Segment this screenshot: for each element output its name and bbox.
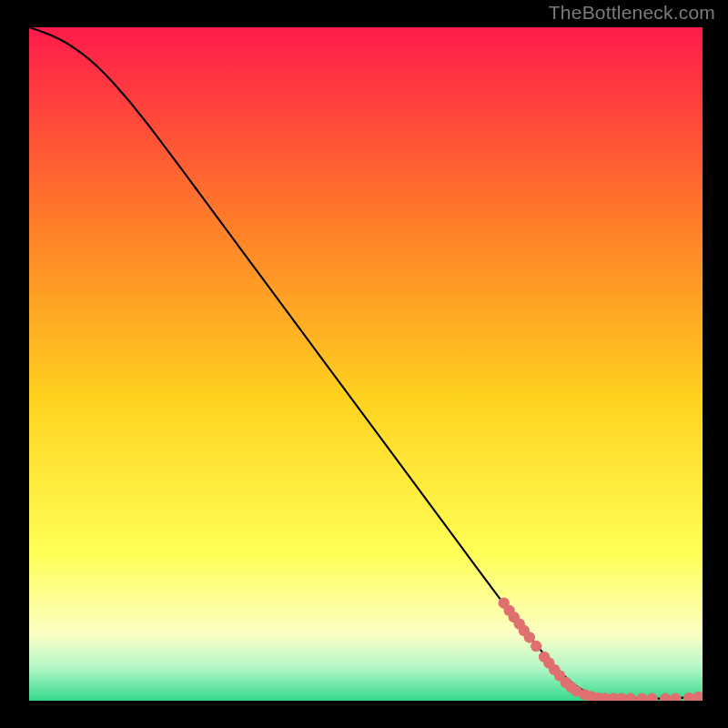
chart-area <box>29 27 703 701</box>
data-dot <box>531 641 541 652</box>
attribution-text: TheBottleneck.com <box>549 2 715 24</box>
chart-background <box>29 27 703 701</box>
chart-svg <box>29 27 703 701</box>
